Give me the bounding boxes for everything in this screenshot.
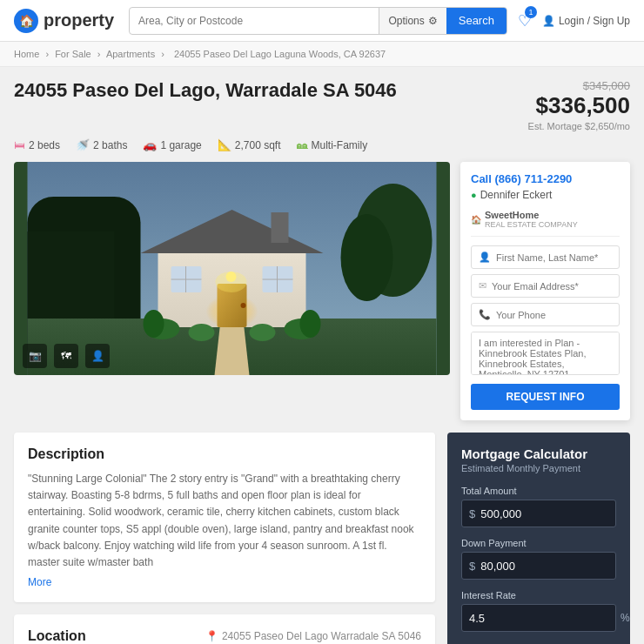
logo-icon: 🏠 xyxy=(14,9,38,33)
property-features: 🛏 2 beds 🚿 2 baths 🚗 1 garage 📐 2,700 sq… xyxy=(14,138,630,151)
location-header: Location 📍 24055 Paseo Del Lago Warradal… xyxy=(28,628,421,644)
person-icon[interactable]: 👤 xyxy=(85,344,110,368)
feature-type: 🏘 Multi-Family xyxy=(297,138,368,151)
percent-suffix: % xyxy=(621,612,630,624)
search-button[interactable]: Search xyxy=(446,8,506,34)
contact-phone: Call (866) 711-2290 xyxy=(471,172,620,185)
feature-beds: 🛏 2 beds xyxy=(14,138,60,151)
location-title: Location xyxy=(28,628,86,644)
pin-icon: 📍 xyxy=(205,630,218,642)
mortgage-title: Mortgage Calculator xyxy=(461,446,616,461)
person-input-icon: 👤 xyxy=(479,252,491,263)
location-section: Location 📍 24055 Paseo Del Lago Warradal… xyxy=(14,614,435,644)
verified-icon: ● xyxy=(471,190,477,200)
interest-rate-input[interactable] xyxy=(469,612,615,625)
property-header: 24055 Paseo Del Lago, Warradale SA 5046 … xyxy=(14,79,630,131)
gear-icon: ⚙ xyxy=(428,15,438,27)
name-input[interactable] xyxy=(496,252,612,263)
svg-point-26 xyxy=(341,214,393,301)
search-input[interactable] xyxy=(130,15,379,27)
property-image: 📷 🗺 👤 xyxy=(14,162,450,375)
dollar-prefix-2: $ xyxy=(469,560,475,573)
interest-rate-label: Interest Rate xyxy=(461,590,616,600)
price-current: $336,500 xyxy=(528,92,630,119)
mortgage-subtitle: Estimated Monthly Payment xyxy=(461,463,616,473)
more-link[interactable]: More xyxy=(28,576,51,588)
dollar-prefix: $ xyxy=(469,507,475,520)
wishlist-button[interactable]: ♡ 1 xyxy=(518,11,532,30)
wishlist-badge: 1 xyxy=(525,6,537,18)
svg-point-20 xyxy=(144,310,164,338)
svg-point-23 xyxy=(189,324,215,341)
total-amount-input[interactable] xyxy=(480,507,627,520)
content-row: Description "Stunning Large Colonial" Th… xyxy=(14,433,630,644)
login-button[interactable]: 👤 Login / Sign Up xyxy=(542,15,630,27)
price-block: $345,000 $336,500 Est. Mortage $2,650/mo xyxy=(528,79,630,131)
garage-icon: 🚗 xyxy=(143,138,157,151)
sqft-icon: 📐 xyxy=(218,138,231,151)
agency-info: 🏠 SweetHome REAL ESTATE COMPANY xyxy=(471,210,620,237)
down-payment-input-wrap: $ xyxy=(461,552,616,580)
image-controls: 📷 🗺 👤 xyxy=(23,344,110,368)
agency-sub: REAL ESTATE COMPANY xyxy=(485,220,578,229)
interest-rate-field: Interest Rate % xyxy=(461,590,616,632)
message-textarea[interactable]: I am interested in Plan - Kinnebrook Est… xyxy=(471,332,620,375)
total-amount-input-wrap: $ xyxy=(461,500,616,527)
type-icon: 🏘 xyxy=(297,138,308,151)
feature-baths: 🚿 2 baths xyxy=(76,138,127,151)
total-amount-field: Total Amount $ xyxy=(461,486,616,527)
garage-label: 1 garage xyxy=(160,139,201,151)
logo: 🏠 property xyxy=(14,9,118,33)
contact-name: ● Dennifer Eckert xyxy=(471,189,620,201)
phone-input[interactable] xyxy=(496,310,612,320)
description-section: Description "Stunning Large Colonial" Th… xyxy=(14,433,435,602)
contact-form: 👤 ✉ 📞 I am interested in Plan - Kinnebro… xyxy=(471,245,620,410)
svg-point-18 xyxy=(216,272,247,292)
left-column: Description "Stunning Large Colonial" Th… xyxy=(14,433,435,644)
email-input-wrap: ✉ xyxy=(471,274,620,298)
header: 🏠 property Options ⚙ Search ♡ 1 👤 Login … xyxy=(0,0,644,42)
email-input[interactable] xyxy=(492,281,612,292)
search-bar: Options ⚙ Search xyxy=(129,7,507,35)
breadcrumb: Home › For Sale › Apartments › 24055 Pas… xyxy=(0,42,644,67)
phone-input-wrap: 📞 xyxy=(471,303,620,326)
breadcrumb-address: 24055 Paseo Del Lago Laguna Woods, CA 92… xyxy=(174,49,386,59)
feature-garage: 🚗 1 garage xyxy=(143,138,201,151)
phone-icon: 📞 xyxy=(479,309,491,320)
beds-label: 2 beds xyxy=(29,139,60,151)
property-title-block: 24055 Paseo Del Lago, Warradale SA 5046 xyxy=(14,79,397,102)
baths-label: 2 baths xyxy=(93,139,127,151)
agency-icon: 🏠 xyxy=(471,215,481,225)
media-section: 📷 🗺 👤 Call (866) 711-2290 ● Dennifer Eck… xyxy=(14,162,630,420)
agent-name: Dennifer Eckert xyxy=(480,189,553,201)
description-text: "Stunning Large Colonial" The 2 story en… xyxy=(28,471,421,571)
login-label: Login / Sign Up xyxy=(559,15,630,27)
agency-name: SweetHome xyxy=(485,210,578,220)
user-icon: 👤 xyxy=(542,15,555,27)
type-label: Multi-Family xyxy=(312,139,368,151)
feature-sqft: 📐 2,700 sqft xyxy=(218,138,281,151)
breadcrumb-apartments[interactable]: Apartments xyxy=(106,49,155,59)
camera-icon[interactable]: 📷 xyxy=(23,344,47,368)
header-actions: ♡ 1 👤 Login / Sign Up xyxy=(518,11,630,30)
property-title: 24055 Paseo Del Lago, Warradale SA 5046 xyxy=(14,79,397,102)
down-payment-label: Down Payment xyxy=(461,538,616,548)
sqft-label: 2,700 sqft xyxy=(235,139,281,151)
options-label: Options xyxy=(388,15,424,27)
total-amount-label: Total Amount xyxy=(461,486,616,496)
down-payment-input[interactable] xyxy=(480,560,627,573)
down-payment-field: Down Payment $ xyxy=(461,538,616,580)
right-column: Mortgage Calculator Estimated Monthly Pa… xyxy=(447,433,630,644)
mortgage-calculator: Mortgage Calculator Estimated Monthly Pa… xyxy=(447,433,630,644)
price-old: $345,000 xyxy=(528,79,630,92)
email-icon: ✉ xyxy=(479,280,486,292)
breadcrumb-home[interactable]: Home xyxy=(14,49,39,59)
svg-point-22 xyxy=(300,310,321,338)
map-icon[interactable]: 🗺 xyxy=(54,344,78,368)
options-button[interactable]: Options ⚙ xyxy=(379,8,446,34)
description-title: Description xyxy=(28,446,421,462)
request-info-button[interactable]: REQUEST INFO xyxy=(471,384,620,410)
main-content: 24055 Paseo Del Lago, Warradale SA 5046 … xyxy=(0,67,644,644)
baths-icon: 🚿 xyxy=(76,138,90,151)
breadcrumb-for-sale[interactable]: For Sale xyxy=(55,49,91,59)
